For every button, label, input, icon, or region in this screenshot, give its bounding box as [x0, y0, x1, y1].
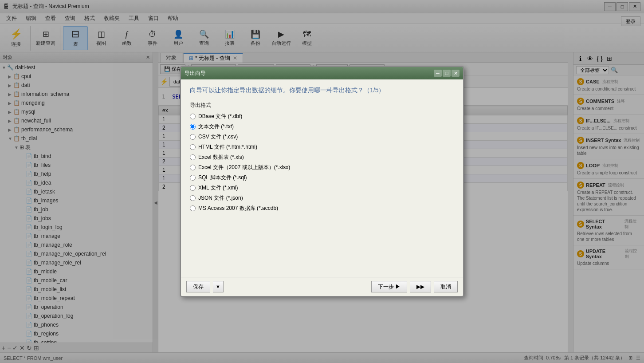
modal-save-dropdown-button[interactable]: ▼	[213, 281, 224, 292]
radio-input-dbf[interactable]	[190, 114, 196, 119]
modal-close-button[interactable]: ✕	[452, 70, 459, 77]
radio-input-sql[interactable]	[190, 175, 196, 181]
radio-input-xls[interactable]	[190, 154, 196, 160]
format-radio-json[interactable]: JSON 文件 (*.json)	[190, 194, 454, 202]
format-label: 导出格式	[190, 102, 454, 109]
format-radio-group: DBase 文件 (*.dbf)文本文件 (*.txt)CSV 文件 (*.cs…	[190, 113, 454, 212]
modal-overlay: 导出向导 ─ □ ✕ 向导可以让你指定导出数据的细节。你要使用哪一种导出格式？（…	[0, 0, 644, 363]
modal-controls: ─ □ ✕	[434, 70, 459, 77]
modal-maximize-button[interactable]: □	[443, 70, 451, 77]
modal-cancel-button[interactable]: 取消	[434, 281, 458, 292]
format-radio-html[interactable]: HTML 文件 (*.htm;*.html)	[190, 143, 454, 151]
format-radio-dbf[interactable]: DBase 文件 (*.dbf)	[190, 113, 454, 120]
format-radio-xlsx[interactable]: Excel 文件（2007 或以上版本）(*.xlsx)	[190, 164, 454, 171]
modal-minimize-button[interactable]: ─	[434, 70, 442, 77]
modal-titlebar: 导出向导 ─ □ ✕	[181, 67, 463, 79]
modal-content: 向导可以让你指定导出数据的细节。你要使用哪一种导出格式？（1/5） 导出格式 D…	[181, 79, 463, 277]
export-modal: 导出向导 ─ □ ✕ 向导可以让你指定导出数据的细节。你要使用哪一种导出格式？（…	[180, 66, 464, 297]
radio-input-txt[interactable]	[190, 124, 196, 130]
radio-input-csv[interactable]	[190, 134, 196, 140]
modal-next-button[interactable]: 下一步 ▶	[371, 281, 407, 292]
radio-input-html[interactable]	[190, 144, 196, 150]
format-radio-xls[interactable]: Excel 数据表 (*.xls)	[190, 154, 454, 161]
format-radio-csv[interactable]: CSV 文件 (*.csv)	[190, 133, 454, 141]
format-radio-sql[interactable]: SQL 脚本文件 (*.sql)	[190, 174, 454, 182]
modal-skip-button[interactable]: ▶▶	[410, 281, 431, 292]
format-radio-accdb[interactable]: MS Access 2007 数据库 (*.accdb)	[190, 205, 454, 212]
radio-input-accdb[interactable]	[190, 205, 196, 211]
radio-input-xml[interactable]	[190, 185, 196, 191]
radio-input-xlsx[interactable]	[190, 165, 196, 170]
format-radio-txt[interactable]: 文本文件 (*.txt)	[190, 123, 454, 130]
modal-title: 导出向导	[185, 70, 434, 77]
modal-footer: 保存 ▼ 下一步 ▶ ▶▶ 取消	[181, 277, 463, 296]
modal-save-button[interactable]: 保存	[186, 281, 210, 292]
radio-input-json[interactable]	[190, 195, 196, 201]
format-radio-xml[interactable]: XML 文件 (*.xml)	[190, 184, 454, 192]
modal-heading: 向导可以让你指定导出数据的细节。你要使用哪一种导出格式？（1/5）	[190, 87, 454, 95]
